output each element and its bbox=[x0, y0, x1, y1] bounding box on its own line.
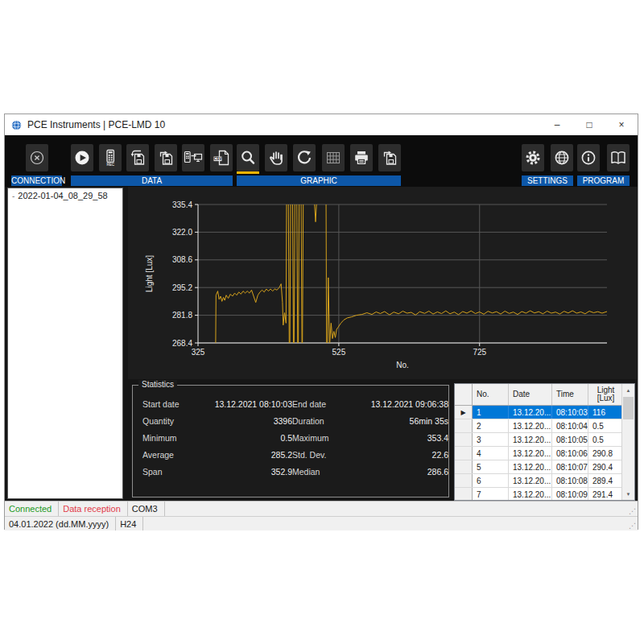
zoom-icon bbox=[239, 149, 257, 167]
scroll-down-icon[interactable]: ▼ bbox=[622, 488, 634, 500]
language-button[interactable] bbox=[551, 144, 573, 171]
zoom-tool-button[interactable] bbox=[237, 144, 259, 171]
x-axis-label: No. bbox=[396, 361, 409, 369]
cell-time: 08:10:06 bbox=[552, 447, 588, 460]
svg-text:REC: REC bbox=[106, 163, 114, 167]
cell-no: 6 bbox=[473, 474, 509, 487]
svg-text:268.4: 268.4 bbox=[172, 339, 192, 348]
cell-no: 3 bbox=[473, 433, 509, 446]
disconnect-button[interactable] bbox=[26, 144, 48, 171]
table-row[interactable]: 313.12.20...08:10:050.5 bbox=[455, 433, 634, 447]
cell-time: 08:10:05 bbox=[552, 433, 588, 446]
window-title: PCE Instruments | PCE-LMD 10 bbox=[27, 119, 541, 130]
reset-view-button[interactable] bbox=[293, 144, 316, 171]
y-axis-label: Light [Lux] bbox=[145, 255, 154, 292]
stat-label: Minimum bbox=[142, 433, 212, 443]
save-data-icon bbox=[157, 149, 175, 167]
tree-item-measurement[interactable]: -2022-01-04_08_29_58 bbox=[10, 191, 121, 200]
toolbar-group-data: RECCSVDATA bbox=[71, 143, 233, 186]
column-header-light[interactable]: Light [Lux] bbox=[588, 384, 622, 405]
cell-date: 13.12.20... bbox=[509, 447, 552, 460]
save-graphic-button[interactable] bbox=[378, 144, 401, 171]
cell-date: 13.12.20... bbox=[509, 474, 552, 487]
maximize-button[interactable]: □ bbox=[573, 114, 605, 135]
cell-light: 290.8 bbox=[588, 447, 622, 460]
cell-no: 5 bbox=[473, 460, 509, 473]
svg-text:281.8: 281.8 bbox=[172, 311, 192, 320]
stat-label: Quantity bbox=[142, 416, 212, 426]
resize-grip-icon: ⋰ bbox=[629, 508, 636, 515]
row-marker bbox=[455, 433, 473, 446]
toolbar-group-graphic: GRAPHIC bbox=[237, 143, 401, 186]
cell-time: 08:10:08 bbox=[552, 474, 588, 487]
row-marker bbox=[455, 460, 473, 473]
manual-button[interactable] bbox=[607, 144, 630, 171]
cell-no: 2 bbox=[473, 419, 509, 432]
statistics-title: Statistics bbox=[138, 380, 177, 389]
table-row[interactable]: 413.12.20...08:10:06290.8 bbox=[455, 447, 634, 460]
table-scrollbar[interactable]: ▲ ▼ bbox=[621, 384, 634, 500]
export-csv-button[interactable]: CSV bbox=[210, 144, 233, 171]
stat-value: 22.6 bbox=[368, 450, 448, 460]
print-graphic-button[interactable] bbox=[350, 144, 373, 171]
table-row[interactable]: 213.12.20...08:10:040.5 bbox=[455, 419, 634, 433]
grid-icon bbox=[324, 149, 342, 167]
stat-value: 353.4 bbox=[368, 433, 448, 443]
reset-zoom-icon bbox=[295, 149, 313, 167]
status-item: COM3 bbox=[128, 502, 165, 516]
toolbar-group-label: CONNECTION bbox=[11, 175, 62, 186]
tree-item-label: 2022-01-04_08_29_58 bbox=[18, 191, 107, 200]
pan-tool-button[interactable] bbox=[265, 144, 287, 171]
cell-time: 08:10:07 bbox=[552, 460, 588, 473]
table-row[interactable]: 513.12.20...08:10:07290.4 bbox=[455, 460, 634, 474]
light-chart[interactable]: 335.4322.0308.6295.2281.8268.4325525725N… bbox=[128, 187, 637, 379]
toolbar-group-label: GRAPHIC bbox=[237, 175, 401, 186]
cell-date: 13.12.20... bbox=[509, 488, 552, 501]
close-button[interactable]: × bbox=[605, 114, 638, 135]
cell-time: 08:10:04 bbox=[552, 419, 588, 432]
svg-text:725: 725 bbox=[473, 348, 486, 357]
settings-button[interactable] bbox=[522, 144, 544, 171]
globe-icon bbox=[553, 149, 571, 167]
table-row[interactable]: 713.12.20...08:10:09291.4 bbox=[455, 488, 634, 501]
row-marker: ▶ bbox=[455, 406, 473, 419]
gear-icon bbox=[524, 149, 542, 167]
grid-toggle-button[interactable] bbox=[322, 144, 345, 171]
cell-time: 08:10:03 bbox=[552, 406, 588, 419]
cell-date: 13.12.20... bbox=[509, 419, 552, 432]
play-icon bbox=[73, 149, 91, 167]
svg-text:322.0: 322.0 bbox=[172, 228, 192, 237]
info-button[interactable] bbox=[577, 144, 600, 171]
table-row[interactable]: ▶113.12.20...08:10:03116 bbox=[455, 406, 634, 419]
row-marker-header bbox=[455, 384, 473, 405]
stat-label: Average bbox=[142, 450, 212, 460]
tree-expander-icon[interactable]: - bbox=[12, 192, 14, 200]
record-device-button[interactable]: REC bbox=[99, 144, 122, 171]
scroll-up-icon[interactable]: ▲ bbox=[622, 384, 634, 396]
cell-light: 290.4 bbox=[588, 460, 622, 473]
table-row[interactable]: 613.12.20...08:10:08289.4 bbox=[455, 474, 634, 488]
svg-text:308.6: 308.6 bbox=[172, 255, 192, 264]
resize-grip-icon: ⋰ bbox=[629, 522, 636, 530]
svg-text:325: 325 bbox=[192, 348, 205, 357]
datetime-statusbar: 04.01.2022 (dd.MM.yyyy)H24⋰ bbox=[5, 516, 638, 530]
read-device-button[interactable] bbox=[182, 144, 204, 171]
minimize-button[interactable]: – bbox=[541, 114, 573, 135]
cell-light: 0.5 bbox=[588, 433, 622, 446]
pan-hand-icon bbox=[267, 149, 285, 167]
column-header-no[interactable]: No. bbox=[473, 384, 509, 405]
column-header-date[interactable]: Date bbox=[509, 384, 552, 405]
save-data-button[interactable] bbox=[155, 144, 177, 171]
column-header-time[interactable]: Time bbox=[552, 384, 588, 405]
stat-value: 352.9 bbox=[212, 467, 292, 477]
cell-date: 13.12.20... bbox=[509, 433, 552, 446]
stat-label: Maximum bbox=[292, 433, 368, 443]
scrollbar-thumb[interactable] bbox=[623, 397, 634, 419]
stat-value: 13.12.2021 08:10:03 bbox=[212, 399, 292, 409]
stat-label: Median bbox=[292, 467, 368, 477]
stat-value: 13.12.2021 09:06:38 bbox=[368, 399, 448, 409]
load-data-button[interactable] bbox=[126, 144, 149, 171]
start-measurement-button[interactable] bbox=[71, 144, 93, 171]
toolbar: CONNECTIONRECCSVDATAGRAPHICSETTINGSPROGR… bbox=[5, 135, 638, 187]
row-marker bbox=[455, 474, 473, 487]
